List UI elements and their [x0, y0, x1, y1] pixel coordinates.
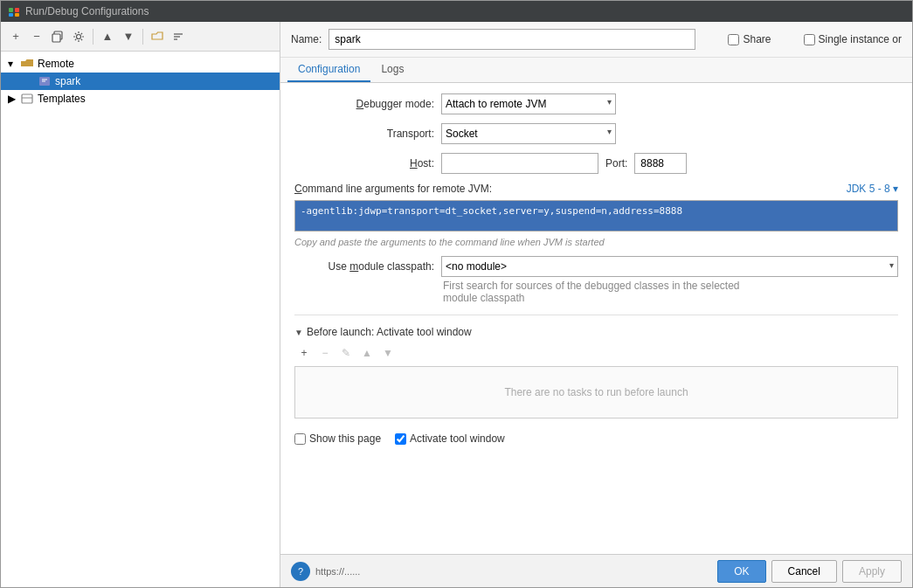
- move-up-button[interactable]: ▲: [98, 27, 117, 46]
- folder-icon: [151, 31, 163, 43]
- folder-button[interactable]: [148, 27, 167, 46]
- copy-icon: [52, 31, 64, 43]
- spark-config-icon: [38, 74, 52, 88]
- templates-label: Templates: [38, 93, 86, 105]
- transport-row: Transport: Socket Shared memory: [294, 123, 898, 144]
- jdk-link[interactable]: JDK 5 - 8 ▾: [847, 183, 898, 195]
- cmd-hint: Copy and paste the arguments to the comm…: [294, 237, 898, 247]
- module-hint: First search for sources of the debugged…: [443, 280, 898, 304]
- name-input[interactable]: [329, 29, 695, 50]
- svg-rect-5: [52, 34, 60, 42]
- activate-window-checkbox[interactable]: [395, 433, 406, 445]
- port-label: Port:: [605, 157, 627, 169]
- module-select-wrapper: <no module>: [441, 256, 898, 277]
- port-input[interactable]: [634, 153, 687, 174]
- svg-rect-1: [15, 8, 19, 12]
- single-instance-checkbox[interactable]: [804, 34, 815, 45]
- module-classpath-row: Use module classpath: <no module>: [294, 256, 898, 277]
- debugger-mode-select[interactable]: Attach to remote JVM Listen to remote JV…: [441, 93, 616, 114]
- cancel-button[interactable]: Cancel: [771, 560, 837, 583]
- right-panel: Name: Share Single instance or Configura…: [280, 22, 912, 587]
- tabs: Configuration Logs: [280, 58, 912, 83]
- svg-rect-0: [9, 8, 13, 12]
- debugger-mode-row: Debugger mode: Attach to remote JVM List…: [294, 93, 898, 114]
- activate-window-group: Activate tool window: [395, 432, 505, 445]
- window-icon: [8, 5, 20, 17]
- config-area: Debugger mode: Attach to remote JVM List…: [280, 83, 912, 554]
- transport-select-wrapper: Socket Shared memory: [441, 123, 616, 144]
- cmd-section: Command line arguments for remote JVM: J…: [294, 183, 898, 247]
- show-page-group: Show this page: [294, 432, 381, 445]
- before-launch-title: Before launch: Activate tool window: [307, 326, 472, 338]
- bl-remove-button[interactable]: −: [315, 343, 335, 363]
- cmd-header: Command line arguments for remote JVM: J…: [294, 183, 898, 195]
- left-panel: + − ▲ ▼: [1, 22, 280, 587]
- toolbar-separator-2: [142, 29, 143, 45]
- templates-icon: [20, 92, 34, 106]
- move-down-button[interactable]: ▼: [119, 27, 138, 46]
- section-divider: [294, 315, 898, 315]
- bl-add-button[interactable]: +: [294, 343, 314, 363]
- before-launch-header[interactable]: ▼ Before launch: Activate tool window: [294, 326, 898, 338]
- bl-edit-button[interactable]: ✎: [336, 343, 356, 363]
- cmd-textbox[interactable]: -agentlib:jdwp=transport=dt_socket,serve…: [294, 200, 898, 232]
- remote-folder-icon: [20, 57, 34, 71]
- sort-button[interactable]: [169, 27, 188, 46]
- main-content: + − ▲ ▼: [1, 22, 912, 587]
- module-classpath-label: Use module classpath:: [294, 260, 434, 273]
- tab-configuration[interactable]: Configuration: [287, 58, 370, 82]
- tree-item-spark[interactable]: spark: [1, 73, 280, 90]
- tab-logs[interactable]: Logs: [370, 58, 414, 82]
- share-group: Share: [728, 33, 771, 45]
- sort-icon: [172, 31, 184, 43]
- copy-config-button[interactable]: [48, 27, 67, 46]
- bottom-bar: ? https://...... OK Cancel Apply: [280, 554, 912, 587]
- remove-config-button[interactable]: −: [27, 27, 46, 46]
- tree-item-templates[interactable]: ▶ Templates: [1, 90, 280, 107]
- title-bar: Run/Debug Configurations: [1, 1, 912, 22]
- before-launch-toolbar: + − ✎ ▲ ▼: [294, 343, 898, 363]
- spark-label: spark: [55, 75, 80, 87]
- before-launch-section: ▼ Before launch: Activate tool window + …: [294, 326, 898, 419]
- add-config-button[interactable]: +: [6, 27, 25, 46]
- collapse-icon: ▼: [294, 328, 303, 337]
- debugger-mode-select-wrapper: Attach to remote JVM Listen to remote JV…: [441, 93, 616, 114]
- show-page-label: Show this page: [309, 432, 381, 445]
- window-title: Run/Debug Configurations: [25, 5, 149, 17]
- single-instance-label: Single instance or: [819, 33, 902, 45]
- svg-rect-2: [9, 13, 13, 17]
- remote-label: Remote: [38, 58, 74, 70]
- expand-remote-icon: ▾: [8, 58, 20, 70]
- expand-templates-icon: ▶: [8, 93, 20, 105]
- host-input[interactable]: [441, 153, 598, 174]
- before-launch-content: There are no tasks to run before launch: [294, 366, 898, 419]
- run-debug-configurations-window: Run/Debug Configurations + −: [0, 0, 913, 588]
- tree-area: ▾ Remote spark: [1, 52, 280, 587]
- gear-icon: [73, 31, 85, 43]
- svg-rect-3: [15, 13, 19, 17]
- ok-button[interactable]: OK: [717, 560, 765, 583]
- module-select[interactable]: <no module>: [441, 256, 898, 277]
- bl-up-button[interactable]: ▲: [357, 343, 377, 363]
- show-page-checkbox[interactable]: [294, 433, 306, 445]
- settings-config-button[interactable]: [69, 27, 88, 46]
- share-label: Share: [743, 33, 771, 45]
- activate-window-label: Activate tool window: [410, 432, 505, 445]
- left-toolbar: + − ▲ ▼: [1, 22, 280, 52]
- help-button[interactable]: ?: [291, 562, 310, 581]
- share-checkbox[interactable]: [728, 34, 739, 45]
- name-label: Name:: [291, 33, 322, 45]
- apply-button[interactable]: Apply: [842, 560, 902, 583]
- status-url: https://......: [315, 566, 712, 577]
- toolbar-separator-1: [93, 29, 93, 45]
- bottom-checkboxes: Show this page Activate tool window: [294, 425, 898, 452]
- transport-label: Transport:: [294, 128, 434, 140]
- svg-point-6: [77, 34, 81, 38]
- tree-item-remote[interactable]: ▾ Remote: [1, 55, 280, 73]
- transport-select[interactable]: Socket Shared memory: [441, 123, 616, 144]
- single-instance-group: Single instance or: [804, 33, 902, 45]
- svg-rect-11: [22, 94, 32, 103]
- name-bar: Name: Share Single instance or: [280, 22, 912, 58]
- cmd-label: Command line arguments for remote JVM:: [294, 183, 492, 195]
- bl-down-button[interactable]: ▼: [378, 343, 398, 363]
